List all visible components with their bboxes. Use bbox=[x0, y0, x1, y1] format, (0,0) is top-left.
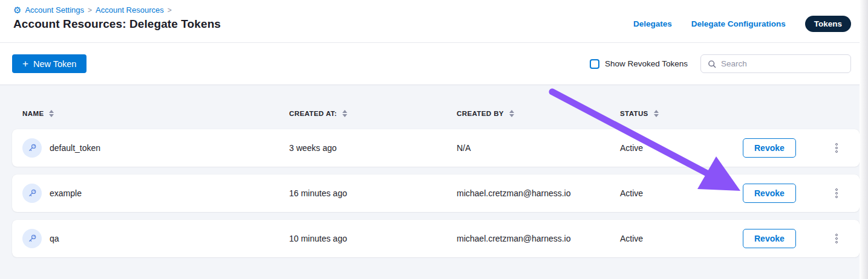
status-value: Active bbox=[620, 143, 743, 153]
new-token-label: New Token bbox=[33, 59, 76, 69]
status-value: Active bbox=[620, 234, 743, 243]
column-header-status[interactable]: STATUS bbox=[620, 110, 743, 117]
status-value: Active bbox=[620, 188, 743, 198]
show-revoked-toggle[interactable]: Show Revoked Tokens bbox=[590, 59, 688, 69]
sort-icon[interactable] bbox=[654, 110, 659, 117]
table-row-default-token[interactable]: default_token 3 weeks ago N/A Active Rev… bbox=[12, 129, 860, 167]
token-name: default_token bbox=[50, 143, 100, 153]
table-row-qa[interactable]: qa 10 minutes ago michael.cretzman@harne… bbox=[12, 220, 860, 257]
header-left: ⚙ Account Settings > Account Resources >… bbox=[13, 0, 221, 42]
kebab-menu-icon[interactable] bbox=[833, 141, 840, 155]
created-at: 10 minutes ago bbox=[289, 234, 457, 243]
token-key-icon bbox=[22, 184, 42, 203]
search-input[interactable] bbox=[721, 59, 844, 68]
token-name: qa bbox=[50, 234, 59, 243]
revoke-button[interactable]: Revoke bbox=[743, 184, 796, 203]
sort-icon[interactable] bbox=[342, 110, 347, 117]
search-icon bbox=[707, 59, 717, 69]
column-header-created-by[interactable]: CREATED BY bbox=[457, 110, 620, 117]
settings-gear-icon: ⚙ bbox=[13, 5, 21, 14]
sort-icon[interactable] bbox=[509, 110, 514, 117]
token-key-icon bbox=[22, 229, 42, 248]
column-header-name[interactable]: NAME bbox=[22, 110, 289, 117]
nav-link-delegate-configurations[interactable]: Delegate Configurations bbox=[691, 19, 786, 28]
kebab-menu-icon[interactable] bbox=[833, 186, 840, 200]
revoke-button[interactable]: Revoke bbox=[743, 229, 796, 248]
token-name: example bbox=[50, 188, 82, 198]
breadcrumb-link-account-settings[interactable]: Account Settings bbox=[25, 5, 84, 14]
tokens-table: NAME CREATED AT: CREATED BY STATUS bbox=[0, 85, 868, 279]
column-header-label: NAME bbox=[22, 110, 44, 117]
nav-link-delegates[interactable]: Delegates bbox=[633, 19, 672, 28]
delegate-tokens-page: ⚙ Account Settings > Account Resources >… bbox=[0, 0, 868, 279]
token-key-icon bbox=[22, 138, 42, 158]
column-header-created-at[interactable]: CREATED AT: bbox=[289, 110, 457, 117]
created-at: 3 weeks ago bbox=[289, 143, 457, 153]
breadcrumb-separator: > bbox=[88, 6, 92, 14]
breadcrumb-link-account-resources[interactable]: Account Resources bbox=[96, 5, 164, 14]
revoke-button[interactable]: Revoke bbox=[743, 138, 796, 158]
show-revoked-label: Show Revoked Tokens bbox=[605, 59, 688, 68]
header-nav: Delegates Delegate Configurations Tokens bbox=[633, 0, 851, 42]
page-title: Account Resources: Delegate Tokens bbox=[13, 18, 221, 31]
breadcrumb: ⚙ Account Settings > Account Resources > bbox=[13, 5, 221, 14]
toolbar: + New Token Show Revoked Tokens bbox=[0, 43, 868, 85]
new-token-button[interactable]: + New Token bbox=[12, 54, 86, 73]
nav-pill-tokens[interactable]: Tokens bbox=[805, 16, 851, 32]
toolbar-right: Show Revoked Tokens bbox=[590, 54, 851, 73]
created-by: michael.cretzman@harness.io bbox=[457, 234, 620, 243]
breadcrumb-separator: > bbox=[168, 6, 172, 14]
show-revoked-checkbox[interactable] bbox=[590, 59, 599, 69]
plus-icon: + bbox=[22, 59, 28, 69]
created-by: michael.cretzman@harness.io bbox=[457, 188, 620, 198]
column-header-label: STATUS bbox=[620, 110, 648, 117]
table-row-example[interactable]: example 16 minutes ago michael.cretzman@… bbox=[12, 175, 860, 212]
page-header: ⚙ Account Settings > Account Resources >… bbox=[0, 0, 868, 43]
kebab-menu-icon[interactable] bbox=[833, 231, 840, 246]
name-cell: default_token bbox=[22, 138, 289, 158]
table-body: default_token 3 weeks ago N/A Active Rev… bbox=[12, 129, 860, 257]
column-header-label: CREATED AT: bbox=[289, 110, 337, 117]
created-by: N/A bbox=[457, 143, 620, 153]
column-header-label: CREATED BY bbox=[457, 110, 504, 117]
scrollbar-track[interactable] bbox=[860, 0, 868, 279]
name-cell: example bbox=[22, 184, 289, 203]
search-box bbox=[700, 54, 851, 73]
created-at: 16 minutes ago bbox=[289, 188, 457, 198]
sort-icon[interactable] bbox=[49, 110, 54, 117]
name-cell: qa bbox=[22, 229, 289, 248]
table-header-row: NAME CREATED AT: CREATED BY STATUS bbox=[12, 104, 860, 123]
